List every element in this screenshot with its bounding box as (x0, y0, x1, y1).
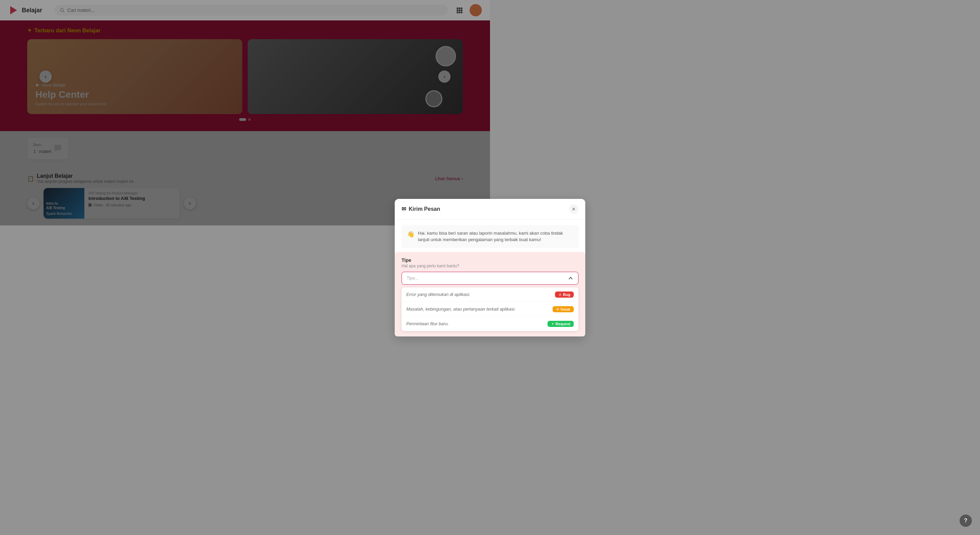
info-text: Hai, kamu bisa beri saran atau laporin m… (418, 230, 490, 243)
dropdown-section: Tipe Hal apa yang perlu kami bantu? Tipe… (395, 252, 490, 268)
info-box: 👋 Hai, kamu bisa beri saran atau laporin… (401, 225, 490, 248)
dropdown-sublabel: Hal apa yang perlu kami bantu? (401, 264, 490, 268)
modal-header: ✉ Kirim Pesan ✕ (395, 199, 490, 220)
modal-title: ✉ Kirim Pesan (401, 206, 440, 212)
dropdown-label: Tipe (401, 257, 490, 263)
wave-icon: 👋 (407, 230, 414, 243)
mail-icon: ✉ (401, 206, 406, 212)
modal-body: 👋 Hai, kamu bisa beri saran atau laporin… (395, 220, 490, 268)
kirim-pesan-modal: ✉ Kirim Pesan ✕ 👋 Hai, kamu bisa beri sa… (395, 199, 490, 268)
